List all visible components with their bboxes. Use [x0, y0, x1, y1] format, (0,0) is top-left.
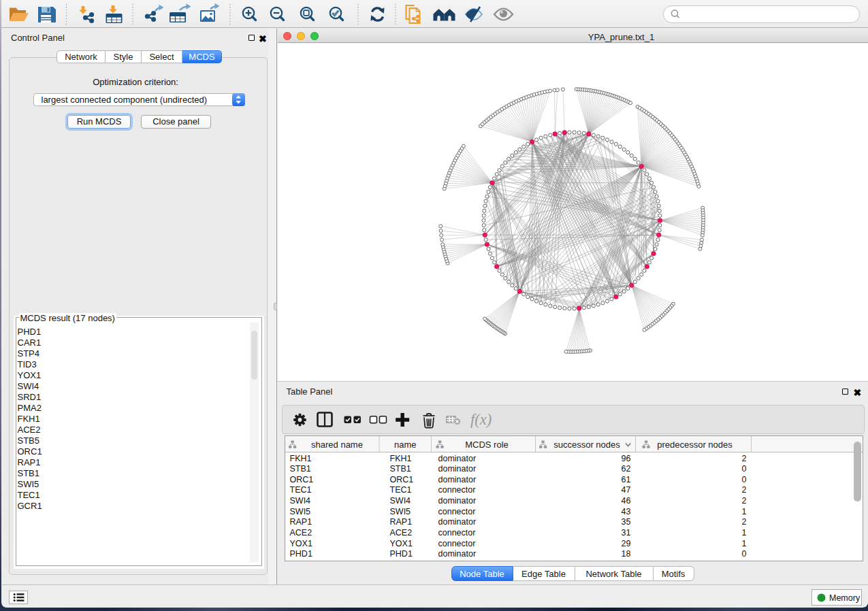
svg-text:predecessor nodes: predecessor nodes [657, 440, 733, 450]
svg-text:MCDS role: MCDS role [465, 440, 509, 450]
svg-text:name: name [394, 440, 417, 450]
svg-text:f(x): f(x) [470, 411, 492, 428]
svg-text:Memory: Memory [829, 593, 861, 603]
svg-text:shared name: shared name [311, 440, 363, 450]
svg-text:successor nodes: successor nodes [553, 440, 620, 450]
